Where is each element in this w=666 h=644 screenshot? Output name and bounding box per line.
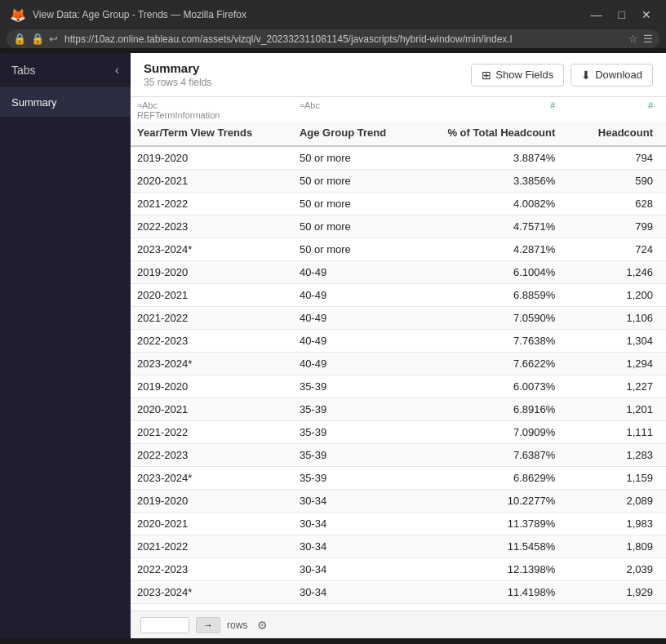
- column-type-row: ≈Abc ≈Abc # #: [131, 97, 666, 110]
- table-row: 2021-2022 50 or more 4.0082% 628: [131, 193, 666, 215]
- data-table: ≈Abc ≈Abc # # RE: [131, 97, 666, 604]
- main-content: Summary 35 rows 4 fields ⊞ Show Fields ⬇…: [131, 53, 666, 638]
- cell-age: 30-34: [293, 581, 423, 604]
- table-row: 2020-2021 35-39 6.8916% 1,201: [131, 398, 666, 421]
- shield-icon: ↩: [49, 33, 58, 45]
- cell-year: 2023-2024*: [131, 238, 293, 261]
- cell-pct: 11.5458%: [423, 535, 569, 558]
- cell-head: 1,227: [568, 375, 666, 398]
- cell-age: 50 or more: [293, 193, 423, 215]
- cell-head: 1,294: [568, 353, 666, 375]
- column-ref-row: REFTermInformation: [131, 110, 666, 122]
- cell-age: 35-39: [293, 421, 423, 444]
- cell-pct: 7.6387%: [423, 444, 569, 467]
- col1-label: Year/Term View Trends: [131, 122, 293, 146]
- settings-icon[interactable]: ⚙: [257, 619, 268, 632]
- rows-go-button[interactable]: →: [196, 617, 220, 633]
- cell-age: 35-39: [293, 375, 423, 398]
- show-fields-button[interactable]: ⊞ Show Fields: [471, 64, 564, 87]
- maximize-button[interactable]: □: [614, 7, 630, 23]
- table-row: 2020-2021 50 or more 3.3856% 590: [131, 170, 666, 193]
- table-row: 2022-2023 35-39 7.6387% 1,283: [131, 444, 666, 467]
- col2-type-icon: ≈Abc: [300, 100, 320, 110]
- cell-year: 2020-2021: [131, 170, 293, 193]
- bookmark-icon[interactable]: ☆: [628, 33, 638, 45]
- cell-age: 35-39: [293, 444, 423, 467]
- table-row: 2019-2020 50 or more 3.8874% 794: [131, 146, 666, 170]
- security-icon: 🔒: [13, 33, 26, 45]
- col3-type-icon: #: [550, 100, 555, 110]
- cell-head: 799: [568, 215, 666, 238]
- cell-age: 40-49: [293, 353, 423, 375]
- cell-year: 2021-2022: [131, 421, 293, 444]
- menu-icon[interactable]: ☰: [643, 33, 653, 45]
- cell-pct: 4.7571%: [423, 215, 569, 238]
- cell-pct: 6.1004%: [423, 261, 569, 284]
- cell-pct: 6.8629%: [423, 467, 569, 490]
- cell-age: 50 or more: [293, 146, 423, 170]
- lock-icon: 🔒: [31, 33, 44, 45]
- cell-year: 2020-2021: [131, 513, 293, 535]
- cell-head: 590: [568, 170, 666, 193]
- rows-input[interactable]: [140, 617, 189, 633]
- cell-year: 2020-2021: [131, 398, 293, 421]
- download-button[interactable]: ⬇ Download: [571, 64, 653, 87]
- cell-year: 2021-2022: [131, 307, 293, 330]
- cell-head: 2,039: [568, 558, 666, 581]
- cell-year: 2019-2020: [131, 375, 293, 398]
- cell-year: 2023-2024*: [131, 467, 293, 490]
- browser-title: View Data: Age Group - Trends — Mozilla …: [33, 9, 246, 20]
- cell-age: 30-34: [293, 558, 423, 581]
- table-row: 2022-2023 30-34 12.1398% 2,039: [131, 558, 666, 581]
- cell-year: 2019-2020: [131, 490, 293, 513]
- download-icon: ⬇: [581, 69, 591, 82]
- show-fields-icon: ⊞: [482, 69, 491, 82]
- cell-year: 2023-2024*: [131, 353, 293, 375]
- cell-pct: 4.0082%: [423, 193, 569, 215]
- cell-head: 1,106: [568, 307, 666, 330]
- table-row: 2023-2024* 35-39 6.8629% 1,159: [131, 467, 666, 490]
- cell-head: 794: [568, 146, 666, 170]
- cell-pct: 10.2277%: [423, 490, 569, 513]
- col4-type-icon: #: [648, 100, 653, 110]
- cell-age: 30-34: [293, 535, 423, 558]
- cell-year: 2021-2022: [131, 193, 293, 215]
- table-row: 2022-2023 50 or more 4.7571% 799: [131, 215, 666, 238]
- cell-head: 724: [568, 238, 666, 261]
- table-row: 2021-2022 40-49 7.0590% 1,106: [131, 307, 666, 330]
- cell-head: 2,089: [568, 490, 666, 513]
- cell-pct: 3.3856%: [423, 170, 569, 193]
- address-url[interactable]: https://10az.online.tableau.com/assets/v…: [64, 33, 622, 45]
- cell-pct: 11.4198%: [423, 581, 569, 604]
- cell-age: 30-34: [293, 513, 423, 535]
- cell-year: 2020-2021: [131, 284, 293, 307]
- sidebar-item-summary[interactable]: Summary: [0, 88, 131, 117]
- column-label-row: Year/Term View Trends Age Group Trend % …: [131, 122, 666, 146]
- col3-label: % of Total Headcount: [423, 122, 569, 146]
- minimize-button[interactable]: —: [586, 7, 607, 23]
- cell-age: 30-34: [293, 490, 423, 513]
- cell-age: 40-49: [293, 330, 423, 353]
- close-button[interactable]: ✕: [637, 7, 656, 23]
- cell-age: 50 or more: [293, 215, 423, 238]
- cell-year: 2022-2023: [131, 330, 293, 353]
- table-row: 2023-2024* 40-49 7.6622% 1,294: [131, 353, 666, 375]
- cell-age: 40-49: [293, 307, 423, 330]
- sidebar-collapse-button[interactable]: ‹: [115, 63, 119, 78]
- table-row: 2020-2021 30-34 11.3789% 1,983: [131, 513, 666, 535]
- cell-pct: 11.3789%: [423, 513, 569, 535]
- cell-age: 35-39: [293, 467, 423, 490]
- cell-year: 2022-2023: [131, 444, 293, 467]
- table-row: 2022-2023 40-49 7.7638% 1,304: [131, 330, 666, 353]
- sidebar: Tabs ‹ Summary: [0, 53, 131, 638]
- table-container[interactable]: ≈Abc ≈Abc # # RE: [131, 97, 666, 611]
- table-row: 2020-2021 40-49 6.8859% 1,200: [131, 284, 666, 307]
- table-row: 2019-2020 35-39 6.0073% 1,227: [131, 375, 666, 398]
- cell-pct: 7.0590%: [423, 307, 569, 330]
- summary-subtitle: 35 rows 4 fields: [144, 77, 211, 88]
- cell-pct: 3.8874%: [423, 146, 569, 170]
- cell-year: 2021-2022: [131, 535, 293, 558]
- cell-head: 1,200: [568, 284, 666, 307]
- table-row: 2021-2022 30-34 11.5458% 1,809: [131, 535, 666, 558]
- table-row: 2021-2022 35-39 7.0909% 1,111: [131, 421, 666, 444]
